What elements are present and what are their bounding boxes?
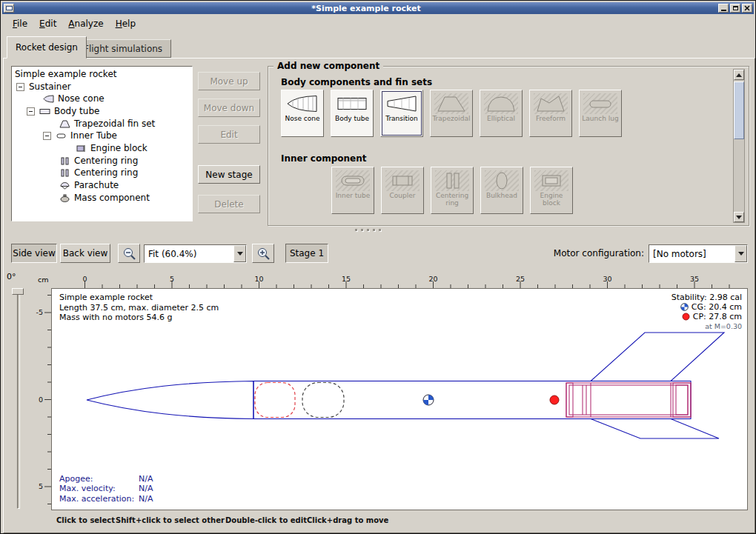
tab-rocket-design[interactable]: Rocket design — [7, 36, 87, 59]
collapse-icon[interactable] — [16, 83, 24, 91]
horizontal-ruler-ticks — [51, 273, 748, 288]
close-icon — [744, 5, 750, 11]
launch-lug-icon — [583, 93, 617, 114]
dropdown-arrow-button[interactable] — [735, 245, 747, 262]
tree-item-engine-block[interactable]: Engine block — [76, 142, 147, 154]
add-freeform-fin-button[interactable]: Freeform — [529, 90, 572, 137]
component-tree[interactable]: Simple example rocket Sustainer Nose con… — [11, 66, 193, 221]
tree-item-parachute[interactable]: Parachute — [59, 179, 119, 191]
rotation-slider-thumb[interactable] — [12, 288, 24, 295]
menu-analyze[interactable]: Analyze — [62, 17, 109, 30]
new-stage-button[interactable]: New stage — [198, 165, 260, 184]
move-down-button[interactable]: Move down — [198, 99, 260, 117]
tree-item-centering-ring-1[interactable]: Centering ring — [59, 155, 138, 167]
add-centering-ring-button[interactable]: Centering ring — [431, 167, 474, 214]
tree-item-sustainer[interactable]: Sustainer — [16, 81, 71, 93]
scroll-up-button[interactable] — [734, 70, 744, 80]
menu-edit[interactable]: Edit — [33, 17, 62, 30]
maximize-icon — [733, 6, 738, 10]
body-tube-icon — [39, 107, 50, 116]
add-trapezoidal-fin-button[interactable]: Trapezoidal — [430, 90, 473, 137]
add-nose-cone-button[interactable]: Nose cone — [281, 90, 324, 137]
cg-icon — [680, 303, 689, 311]
minimize-button[interactable] — [718, 4, 729, 13]
splitter-dot — [373, 229, 375, 231]
nose-cone-icon — [285, 93, 319, 114]
rocket-canvas[interactable]: Simple example rocket Length 37.5 cm, ma… — [51, 288, 748, 510]
tree-item-inner-tube[interactable]: Inner Tube — [43, 130, 117, 141]
rocket-mass: Mass with no motors 54.6 g — [59, 313, 219, 323]
dropdown-arrow-button[interactable] — [233, 245, 246, 262]
rotation-slider[interactable] — [17, 290, 20, 509]
tree-item-label: Simple example rocket — [15, 69, 116, 79]
zoom-in-button[interactable] — [252, 244, 274, 263]
collapse-icon[interactable] — [27, 107, 35, 116]
horizontal-ruler: 05101520253035 — [51, 273, 748, 288]
tree-item-nose-cone[interactable]: Nose cone — [43, 93, 105, 104]
tree-item-label: Inner Tube — [70, 130, 117, 141]
add-elliptical-fin-button[interactable]: Elliptical — [480, 90, 523, 137]
tree-item-fin-set[interactable]: Trapezoidal fin set — [59, 118, 155, 130]
freeform-fin-icon — [534, 93, 568, 114]
tree-item-mass-component[interactable]: Mass component — [59, 192, 150, 204]
move-up-button[interactable]: Move up — [198, 72, 260, 90]
tree-item-centering-ring-2[interactable]: Centering ring — [59, 167, 138, 178]
add-body-tube-button[interactable]: Body tube — [331, 90, 374, 137]
window-menu-glyph — [6, 6, 13, 10]
rocket-info: Simple example rocket Length 37.5 cm, ma… — [59, 293, 219, 323]
zoom-select[interactable]: Fit (60.4%) — [144, 244, 247, 263]
splitter-handle[interactable] — [355, 229, 381, 231]
motor-configuration-select[interactable]: [No motors] — [649, 244, 748, 263]
tree-item-label: Centering ring — [74, 156, 138, 166]
stage-1-toggle[interactable]: Stage 1 — [285, 244, 328, 263]
h-ruler-label: 30 — [603, 275, 611, 283]
add-engine-block-button[interactable]: Engine block — [530, 167, 573, 214]
maximize-button[interactable] — [730, 4, 740, 13]
tree-item-rocket[interactable]: Simple example rocket — [15, 68, 116, 80]
splitter-dot — [379, 229, 381, 231]
tab-flight-simulations[interactable]: Flight simulations — [75, 39, 171, 58]
cp-icon — [682, 313, 690, 321]
v-ruler-label: -5 — [36, 308, 43, 316]
hint-click-drag: Click+drag to move — [307, 516, 388, 524]
tree-item-body-tube[interactable]: Body tube — [27, 105, 99, 117]
h-ruler-label: 25 — [516, 275, 525, 283]
chevron-down-icon — [738, 252, 744, 256]
menu-help[interactable]: Help — [110, 17, 142, 30]
scrollbar-thumb[interactable] — [734, 81, 744, 139]
flight-data: Apogee:N/A Max. velocity:N/A Max. accele… — [59, 474, 153, 504]
stability-value: Stability: 2.98 cal — [672, 293, 742, 302]
tree-item-label: Nose cone — [58, 93, 105, 104]
window-menu-icon[interactable] — [4, 4, 14, 13]
tree-item-label: Engine block — [90, 143, 147, 153]
add-launch-lug-button[interactable]: Launch lug — [579, 90, 622, 137]
delete-button[interactable]: Delete — [198, 195, 260, 213]
back-view-button[interactable]: Back view — [60, 244, 110, 263]
zoom-out-button[interactable] — [118, 244, 140, 263]
max-acceleration-label: Max. acceleration: — [59, 494, 139, 504]
side-view-button[interactable]: Side view — [11, 244, 57, 263]
menu-file[interactable]: File — [7, 17, 33, 30]
elliptical-fin-icon — [484, 93, 518, 114]
add-coupler-button[interactable]: Coupler — [381, 167, 424, 214]
close-button[interactable] — [742, 4, 752, 13]
zoom-in-icon — [256, 247, 271, 261]
add-transition-button[interactable]: Transition — [380, 90, 423, 137]
scroll-down-button[interactable] — [734, 212, 744, 222]
trapezoidal-fin-icon — [434, 93, 468, 114]
motor-configuration-value: [No motors] — [649, 245, 735, 262]
max-acceleration-value: N/A — [139, 494, 153, 504]
edit-button[interactable]: Edit — [198, 125, 260, 144]
rocket-dimensions: Length 37.5 cm, max. diameter 2.5 cm — [59, 303, 219, 313]
add-bulkhead-button[interactable]: Bulkhead — [480, 167, 523, 214]
apogee-value: N/A — [139, 474, 153, 484]
rocket-name: Simple example rocket — [59, 293, 219, 303]
inner-tube-icon — [56, 132, 67, 140]
component-panel-scrollbar[interactable] — [733, 69, 745, 223]
tree-item-label: Parachute — [74, 180, 119, 190]
add-inner-tube-button[interactable]: Inner tube — [331, 167, 374, 214]
collapse-icon[interactable] — [43, 132, 51, 140]
splitter-dot — [355, 229, 357, 231]
zoom-select-value: Fit (60.4%) — [145, 245, 233, 262]
hint-double-click: Double-click to edit — [225, 516, 307, 524]
